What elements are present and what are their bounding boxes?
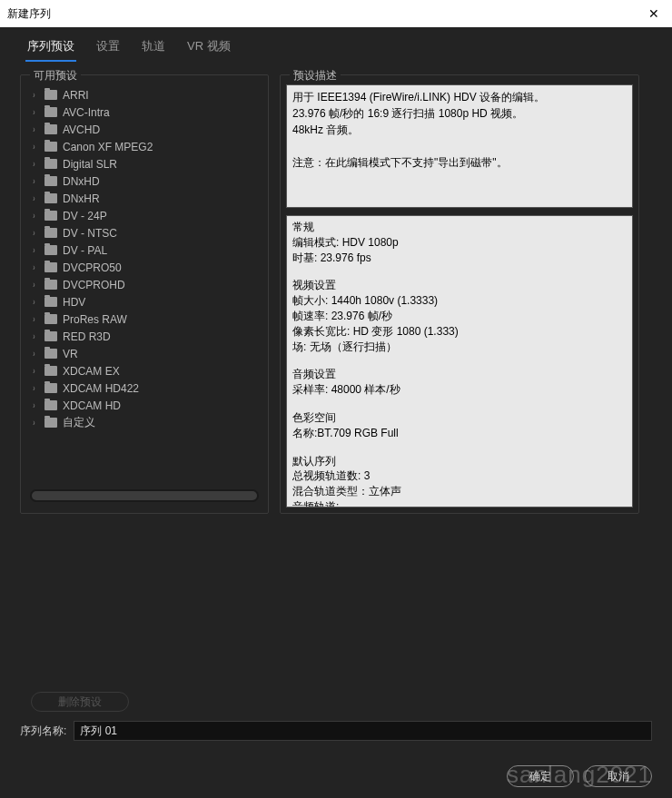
preset-folder-canon-xf-mpeg2[interactable]: ›Canon XF MPEG2 xyxy=(25,138,264,155)
detail-line xyxy=(292,265,627,278)
preset-folder-dnxhd[interactable]: ›DNxHD xyxy=(25,172,264,190)
preset-folder-label: Digital SLR xyxy=(63,158,117,171)
preset-folder-dvcprohd[interactable]: ›DVCPROHD xyxy=(25,276,264,293)
preset-folder-label: RED R3D xyxy=(63,330,111,343)
chevron-right-icon: › xyxy=(33,418,38,428)
scrollbar-thumb[interactable] xyxy=(32,491,257,500)
footer-buttons: 确定 取消 xyxy=(507,765,652,787)
detail-line: 场: 无场（逐行扫描） xyxy=(292,340,627,355)
description-line: 48kHz 音频。 xyxy=(292,122,627,138)
chevron-right-icon: › xyxy=(33,228,38,238)
detail-line: 音频设置 xyxy=(292,367,627,382)
preset-folder-label: DVCPRO50 xyxy=(63,261,122,274)
preset-folder-xdcam-ex[interactable]: ›XDCAM EX xyxy=(25,362,264,379)
window-title: 新建序列 xyxy=(7,6,51,22)
tab-3[interactable]: VR 视频 xyxy=(185,34,232,62)
tabs: 序列预设设置轨道VR 视频 xyxy=(0,27,672,62)
detail-line: 编辑模式: HDV 1080p xyxy=(292,235,627,251)
detail-line: 音频轨道: xyxy=(292,499,627,507)
preset-folder-label: HDV xyxy=(63,296,85,309)
ok-button[interactable]: 确定 xyxy=(507,765,574,787)
preset-folder-dv-pal[interactable]: ›DV - PAL xyxy=(25,241,264,259)
folder-icon xyxy=(44,366,57,376)
description-line: 注意：在此编辑模式下不支持"导出到磁带"。 xyxy=(292,154,627,171)
chevron-right-icon: › xyxy=(33,280,38,290)
preset-folder-label: AVCHD xyxy=(63,123,100,136)
folder-icon xyxy=(44,193,57,203)
preset-folder-hdv[interactable]: ›HDV xyxy=(25,293,264,310)
preset-folder-dv-24p[interactable]: ›DV - 24P xyxy=(25,207,264,224)
folder-icon xyxy=(44,159,57,169)
description-line xyxy=(292,138,627,154)
tab-0[interactable]: 序列预设 xyxy=(25,34,76,62)
folder-icon xyxy=(44,418,57,428)
panel-title-description: 预设描述 xyxy=(290,68,341,84)
preset-tree[interactable]: ›ARRI›AVC-Intra›AVCHD›Canon XF MPEG2›Dig… xyxy=(25,86,264,486)
content-area: 可用预设 ›ARRI›AVC-Intra›AVCHD›Canon XF MPEG… xyxy=(0,62,672,523)
detail-line: 时基: 23.976 fps xyxy=(292,251,627,266)
chevron-right-icon: › xyxy=(33,142,38,152)
detail-text[interactable]: 常规编辑模式: HDV 1080p时基: 23.976 fps视频设置帧大小: … xyxy=(286,215,633,507)
preset-folder-xdcam-hd[interactable]: ›XDCAM HD xyxy=(25,397,264,414)
folder-icon xyxy=(44,400,57,410)
preset-folder-arri[interactable]: ›ARRI xyxy=(25,86,264,103)
preset-folder-label: VR xyxy=(63,348,78,360)
close-button[interactable]: ✕ xyxy=(636,0,672,27)
folder-icon xyxy=(44,349,57,359)
preset-folder-red-r3d[interactable]: ›RED R3D xyxy=(25,328,264,345)
chevron-right-icon: › xyxy=(33,331,38,341)
preset-folder-avchd[interactable]: ›AVCHD xyxy=(25,121,264,138)
preset-folder-label: DV - PAL xyxy=(63,244,107,257)
preset-folder-digital-slr[interactable]: ›Digital SLR xyxy=(25,155,264,172)
folder-icon xyxy=(44,124,57,134)
folder-icon xyxy=(44,314,57,324)
detail-line: 名称:BT.709 RGB Full xyxy=(292,426,627,441)
folder-icon xyxy=(44,107,57,117)
chevron-right-icon: › xyxy=(33,124,38,134)
chevron-right-icon: › xyxy=(33,90,38,100)
folder-icon xyxy=(44,297,57,307)
preset-folder-label: DNxHD xyxy=(63,175,100,188)
preset-folder-avc-intra[interactable]: ›AVC-Intra xyxy=(25,103,264,121)
preset-folder-label: AVC-Intra xyxy=(63,106,110,119)
detail-line xyxy=(292,441,627,454)
preset-folder-label: ProRes RAW xyxy=(63,313,127,326)
preset-folder-label: XDCAM HD xyxy=(63,399,121,412)
chevron-right-icon: › xyxy=(33,400,38,410)
folder-icon xyxy=(44,245,57,255)
preset-folder-label: DV - 24P xyxy=(63,210,107,222)
detail-line: 总视频轨道数: 3 xyxy=(292,468,627,484)
horizontal-scrollbar[interactable] xyxy=(30,489,259,502)
detail-line: 默认序列 xyxy=(292,454,627,469)
preset-folder-dv-ntsc[interactable]: ›DV - NTSC xyxy=(25,224,264,241)
preset-folder-vr[interactable]: ›VR xyxy=(25,345,264,362)
chevron-right-icon: › xyxy=(33,107,38,117)
ok-label: 确定 xyxy=(529,769,551,784)
title-bar: 新建序列 ✕ xyxy=(0,0,672,27)
detail-line: 像素长宽比: HD 变形 1080 (1.333) xyxy=(292,324,627,340)
detail-line: 帧速率: 23.976 帧/秒 xyxy=(292,309,627,324)
cancel-button[interactable]: 取消 xyxy=(585,765,652,787)
detail-line xyxy=(292,398,627,410)
tab-2[interactable]: 轨道 xyxy=(140,34,167,62)
chevron-right-icon: › xyxy=(33,314,38,324)
sequence-name-input[interactable] xyxy=(74,721,652,741)
detail-line: 视频设置 xyxy=(292,278,627,293)
preset-folder-label: XDCAM HD422 xyxy=(63,382,139,395)
chevron-right-icon: › xyxy=(33,193,38,203)
chevron-right-icon: › xyxy=(33,297,38,307)
folder-icon xyxy=(44,142,57,152)
folder-icon xyxy=(44,228,57,238)
detail-line xyxy=(292,354,627,367)
preset-folder--[interactable]: ›自定义 xyxy=(25,414,264,431)
preset-folder-dvcpro50[interactable]: ›DVCPRO50 xyxy=(25,259,264,276)
preset-folder-label: 自定义 xyxy=(63,415,95,430)
preset-folder-prores-raw[interactable]: ›ProRes RAW xyxy=(25,310,264,328)
preset-folder-xdcam-hd422[interactable]: ›XDCAM HD422 xyxy=(25,379,264,397)
chevron-right-icon: › xyxy=(33,176,38,186)
tab-1[interactable]: 设置 xyxy=(94,34,122,62)
preset-folder-dnxhr[interactable]: ›DNxHR xyxy=(25,190,264,207)
detail-line: 帧大小: 1440h 1080v (1.3333) xyxy=(292,293,627,309)
description-text[interactable]: 用于 IEEE1394 (FireWire/i.LINK) HDV 设备的编辑。… xyxy=(286,84,633,208)
sequence-name-row: 序列名称: xyxy=(0,712,672,741)
